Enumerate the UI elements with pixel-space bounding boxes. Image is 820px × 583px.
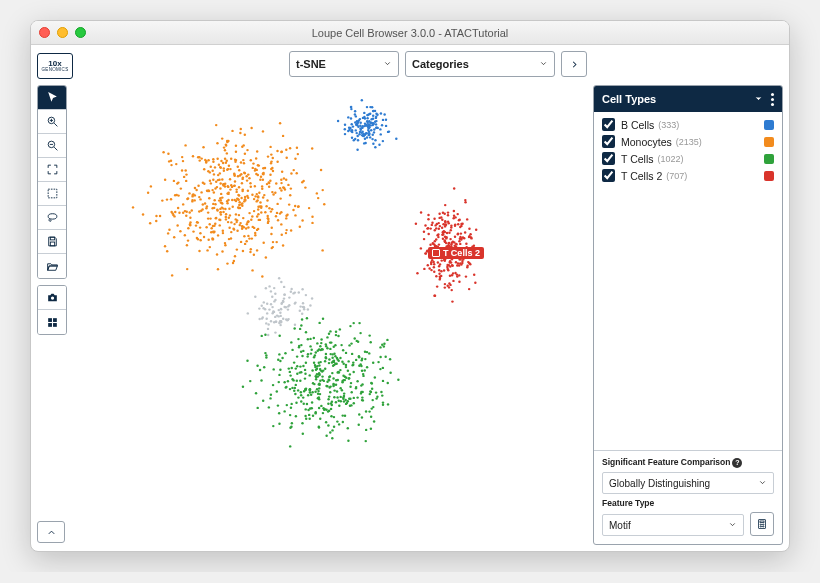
- close-window-button[interactable]: [39, 27, 50, 38]
- feature-comparison-dropdown[interactable]: Globally Distinguishing: [602, 472, 774, 494]
- svg-point-1313: [277, 359, 279, 361]
- zoom-in-icon: [46, 115, 59, 128]
- svg-point-435: [280, 211, 282, 213]
- legend-item[interactable]: T Cells(1022): [602, 152, 774, 165]
- legend-checkbox[interactable]: [602, 135, 615, 148]
- screenshot-button[interactable]: [38, 286, 66, 310]
- svg-point-610: [380, 112, 382, 114]
- mode-dropdown[interactable]: Categories: [405, 51, 555, 77]
- pointer-tool-button[interactable]: [38, 86, 66, 110]
- panel-header[interactable]: Cell Types: [594, 86, 782, 112]
- svg-point-1138: [325, 353, 327, 355]
- svg-point-421: [240, 161, 242, 163]
- legend-item[interactable]: B Cells(333): [602, 118, 774, 131]
- svg-point-1342: [365, 440, 367, 442]
- svg-point-257: [202, 203, 204, 205]
- next-mode-button[interactable]: [561, 51, 587, 77]
- open-button[interactable]: [38, 254, 66, 278]
- svg-point-300: [272, 193, 274, 195]
- svg-point-286: [206, 205, 208, 207]
- rect-select-button[interactable]: [38, 182, 66, 206]
- svg-point-1309: [342, 379, 344, 381]
- fit-view-button[interactable]: [38, 158, 66, 182]
- legend-checkbox[interactable]: [602, 118, 615, 131]
- svg-point-446: [239, 207, 241, 209]
- svg-point-1298: [278, 374, 280, 376]
- svg-point-618: [359, 131, 361, 133]
- svg-point-1412: [258, 307, 260, 309]
- svg-point-712: [468, 288, 470, 290]
- svg-point-401: [258, 192, 260, 194]
- svg-point-1018: [328, 395, 330, 397]
- svg-point-1124: [380, 391, 382, 393]
- chevron-down-icon: [383, 58, 392, 70]
- split-view-button[interactable]: [38, 310, 66, 334]
- svg-point-613: [364, 123, 366, 125]
- svg-point-191: [245, 240, 247, 242]
- svg-point-525: [246, 223, 248, 225]
- svg-point-844: [450, 225, 452, 227]
- svg-point-733: [441, 219, 443, 221]
- svg-point-1389: [287, 308, 289, 310]
- svg-point-915: [459, 243, 461, 245]
- svg-point-413: [255, 173, 257, 175]
- svg-point-1352: [357, 341, 359, 343]
- tsne-canvas[interactable]: t-SNE Categories T Cells 2: [77, 45, 593, 551]
- legend-checkbox[interactable]: [602, 152, 615, 165]
- svg-point-639: [376, 114, 378, 116]
- svg-point-1074: [365, 429, 367, 431]
- svg-point-475: [170, 164, 172, 166]
- svg-point-833: [423, 231, 425, 233]
- svg-point-906: [440, 270, 442, 272]
- svg-point-629: [373, 131, 375, 133]
- svg-point-27: [246, 179, 248, 181]
- svg-point-1066: [272, 368, 274, 370]
- svg-point-296: [292, 169, 294, 171]
- svg-point-1231: [299, 328, 301, 330]
- svg-point-1182: [289, 388, 291, 390]
- svg-point-630: [364, 117, 366, 119]
- svg-point-288: [254, 168, 256, 170]
- svg-point-102: [281, 171, 283, 173]
- svg-point-1104: [336, 396, 338, 398]
- legend-checkbox[interactable]: [602, 169, 615, 182]
- compute-button[interactable]: [750, 512, 774, 536]
- panel-menu-button[interactable]: [771, 93, 774, 106]
- svg-point-406: [251, 269, 253, 271]
- cluster-annotation[interactable]: T Cells 2: [428, 247, 484, 259]
- minimize-window-button[interactable]: [57, 27, 68, 38]
- svg-point-1260: [327, 398, 329, 400]
- svg-point-1174: [379, 368, 381, 370]
- svg-point-675: [354, 110, 356, 112]
- svg-point-523: [203, 168, 205, 170]
- projection-dropdown[interactable]: t-SNE: [289, 51, 399, 77]
- svg-point-1354: [368, 352, 370, 354]
- svg-point-1299: [306, 317, 308, 319]
- svg-point-175: [222, 207, 224, 209]
- svg-point-1401: [278, 309, 280, 311]
- collapse-toolbar-button[interactable]: [37, 521, 65, 543]
- svg-point-816: [420, 247, 422, 249]
- titlebar[interactable]: Loupe Cell Browser 3.0.0 - ATACTutorial: [31, 21, 789, 45]
- zoom-in-button[interactable]: [38, 110, 66, 134]
- svg-point-362: [198, 196, 200, 198]
- zoom-out-button[interactable]: [38, 134, 66, 158]
- svg-point-1163: [309, 388, 311, 390]
- legend-item[interactable]: T Cells 2(707): [602, 169, 774, 182]
- svg-point-674: [357, 139, 359, 141]
- svg-point-208: [236, 248, 238, 250]
- help-icon[interactable]: ?: [732, 458, 742, 468]
- legend-item[interactable]: Monocytes(2135): [602, 135, 774, 148]
- svg-point-452: [166, 198, 168, 200]
- feature-type-dropdown[interactable]: Motif: [602, 514, 744, 536]
- svg-point-248: [186, 244, 188, 246]
- save-button[interactable]: [38, 230, 66, 254]
- svg-point-970: [337, 335, 339, 337]
- svg-point-393: [207, 159, 209, 161]
- svg-point-147: [224, 244, 226, 246]
- svg-point-989: [373, 420, 375, 422]
- lasso-select-button[interactable]: [38, 206, 66, 230]
- svg-point-429: [203, 236, 205, 238]
- zoom-window-button[interactable]: [75, 27, 86, 38]
- svg-point-152: [282, 186, 284, 188]
